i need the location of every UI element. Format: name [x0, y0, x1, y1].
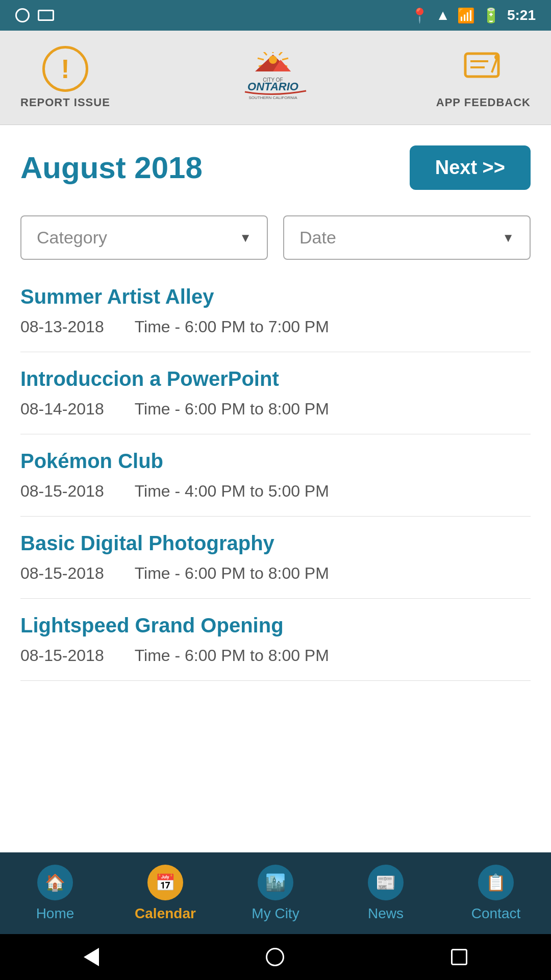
svg-line-2 [282, 58, 288, 60]
mycity-icon: 🏙️ [258, 865, 293, 900]
event-time: Time - 6:00 PM to 8:00 PM [135, 564, 329, 583]
event-details: 08-15-2018 Time - 4:00 PM to 5:00 PM [20, 482, 531, 501]
svg-line-4 [258, 58, 264, 60]
battery-icon: 🔋 [482, 7, 500, 24]
category-placeholder: Category [37, 228, 107, 248]
event-item[interactable]: Summer Artist Alley 08-13-2018 Time - 6:… [20, 285, 531, 352]
nav-item-contact[interactable]: 📋 Contact [441, 865, 551, 922]
event-title: Introduccion a PowerPoint [20, 368, 531, 390]
feedback-icon [460, 46, 506, 92]
event-item[interactable]: Pokémon Club 08-15-2018 Time - 4:00 PM t… [20, 450, 531, 517]
ontario-logo-svg: CITY OF ONTARIO SOUTHERN CALIFORNIA [217, 52, 329, 103]
event-date: 08-15-2018 [20, 482, 104, 501]
filter-row: Category ▼ Date ▼ [20, 215, 531, 260]
status-bar: 📍 ▲ 📶 🔋 5:21 [0, 0, 551, 31]
report-issue-button[interactable]: ! REPORT ISSUE [20, 46, 110, 109]
nav-item-home[interactable]: 🏠 Home [0, 865, 110, 922]
location-icon: 📍 [411, 7, 429, 24]
recents-button[interactable] [451, 949, 467, 965]
app-feedback-button[interactable]: APP FEEDBACK [436, 46, 531, 109]
report-issue-label: REPORT ISSUE [20, 96, 110, 109]
home-icon: 🏠 [37, 865, 73, 900]
signal-icon: 📶 [457, 7, 475, 24]
app-feedback-label: APP FEEDBACK [436, 96, 531, 109]
events-list: Summer Artist Alley 08-13-2018 Time - 6:… [20, 285, 531, 681]
event-date: 08-14-2018 [20, 400, 104, 419]
nav-label-calendar: Calendar [135, 905, 196, 922]
event-item[interactable]: Introduccion a PowerPoint 08-14-2018 Tim… [20, 368, 531, 434]
svg-line-1 [279, 52, 283, 55]
news-icon: 📰 [368, 865, 404, 900]
event-date: 08-13-2018 [20, 317, 104, 336]
sd-card-icon [38, 10, 54, 21]
svg-text:ONTARIO: ONTARIO [247, 80, 298, 93]
month-header: August 2018 Next >> [20, 145, 531, 190]
event-time: Time - 6:00 PM to 8:00 PM [135, 400, 329, 419]
event-title: Basic Digital Photography [20, 532, 531, 555]
event-time: Time - 6:00 PM to 8:00 PM [135, 646, 329, 665]
svg-line-16 [492, 59, 497, 72]
wifi-icon: ▲ [436, 7, 450, 23]
event-title: Lightspeed Grand Opening [20, 614, 531, 637]
event-details: 08-15-2018 Time - 6:00 PM to 8:00 PM [20, 564, 531, 583]
date-placeholder: Date [299, 228, 336, 248]
event-time: Time - 4:00 PM to 5:00 PM [135, 482, 329, 501]
event-item[interactable]: Lightspeed Grand Opening 08-15-2018 Time… [20, 614, 531, 681]
event-title: Summer Artist Alley [20, 285, 531, 308]
bottom-navigation: 🏠 Home 📅 Calendar 🏙️ My City 📰 News 📋 Co… [0, 852, 551, 934]
android-navigation-bar [0, 934, 551, 980]
date-dropdown[interactable]: Date ▼ [283, 215, 531, 260]
event-date: 08-15-2018 [20, 564, 104, 583]
event-title: Pokémon Club [20, 450, 531, 473]
nav-item-mycity[interactable]: 🏙️ My City [220, 865, 331, 922]
home-button[interactable] [266, 948, 284, 966]
svg-text:SOUTHERN CALIFORNIA: SOUTHERN CALIFORNIA [249, 95, 298, 100]
circle-status-icon [15, 8, 30, 22]
status-left-icons [15, 8, 54, 22]
nav-item-calendar[interactable]: 📅 Calendar [110, 865, 220, 922]
event-details: 08-15-2018 Time - 6:00 PM to 8:00 PM [20, 646, 531, 665]
month-title: August 2018 [20, 150, 203, 185]
event-details: 08-14-2018 Time - 6:00 PM to 8:00 PM [20, 400, 531, 419]
time-display: 5:21 [507, 7, 536, 23]
category-arrow-icon: ▼ [239, 231, 252, 245]
status-right-icons: 📍 ▲ 📶 🔋 5:21 [411, 7, 536, 24]
event-details: 08-13-2018 Time - 6:00 PM to 7:00 PM [20, 317, 531, 336]
calendar-icon: 📅 [147, 865, 183, 900]
svg-point-17 [494, 55, 499, 60]
event-time: Time - 6:00 PM to 7:00 PM [135, 317, 329, 336]
category-dropdown[interactable]: Category ▼ [20, 215, 268, 260]
back-button[interactable] [84, 948, 99, 966]
app-header: ! REPORT ISSUE CITY OF O [0, 31, 551, 125]
app-logo: CITY OF ONTARIO SOUTHERN CALIFORNIA [217, 52, 329, 103]
event-date: 08-15-2018 [20, 646, 104, 665]
event-item[interactable]: Basic Digital Photography 08-15-2018 Tim… [20, 532, 531, 599]
svg-line-3 [263, 52, 267, 55]
nav-label-mycity: My City [252, 905, 299, 922]
nav-label-news: News [368, 905, 404, 922]
main-content: August 2018 Next >> Category ▼ Date ▼ Su… [0, 125, 551, 852]
nav-item-news[interactable]: 📰 News [331, 865, 441, 922]
date-arrow-icon: ▼ [502, 231, 514, 245]
contact-icon: 📋 [478, 865, 514, 900]
svg-point-9 [269, 56, 277, 64]
nav-label-home: Home [36, 905, 74, 922]
next-button[interactable]: Next >> [410, 145, 531, 190]
nav-label-contact: Contact [471, 905, 521, 922]
report-issue-icon: ! [42, 46, 88, 92]
